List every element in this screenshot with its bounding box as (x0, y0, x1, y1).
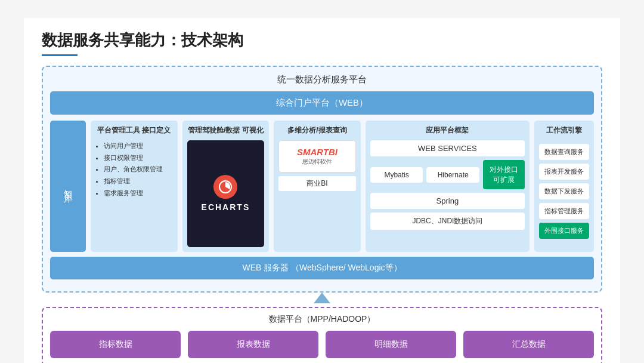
data-platform-container: 数据平台（MPP/HADOOP） 指标数据 报表数据 明细数据 汇总数据 (42, 307, 602, 363)
data-card-2: 明细数据 (326, 331, 456, 358)
arrow-up-icon (314, 293, 330, 303)
col-analysis-header: 多维分析/报表查询 (278, 125, 356, 136)
smartbi-logo: SMARTBI (297, 147, 338, 158)
col-app-framework: 应用平台框架 WEB SERVICES Mybatis Hibernate 对外… (366, 121, 530, 252)
data-platform-label: 数据平台（MPP/HADOOP） (50, 314, 594, 325)
echarts-icon (213, 175, 237, 199)
col-dashboard-header: 管理驾驶舱/数据 可视化 (187, 125, 265, 136)
mybatis-hibernate-row: Mybatis Hibernate 对外接口 可扩展 (370, 160, 525, 190)
list-item: 接口权限管理 (104, 152, 173, 164)
hibernate-box: Hibernate (426, 167, 479, 183)
jdbc-bar: JDBC、JNDI数据访问 (370, 213, 525, 230)
list-item: 需求服务管理 (104, 187, 173, 199)
data-cards-row: 指标数据 报表数据 明细数据 汇总数据 (50, 331, 594, 358)
spring-bar: Spring (370, 193, 525, 209)
data-card-1: 报表数据 (188, 331, 318, 358)
echarts-svg (218, 180, 233, 194)
page: 数据服务共享能力：技术架构 统一数据分析服务平台 综合门户平台（WEB） 知识库… (24, 18, 620, 363)
list-item: 指标管理 (104, 176, 173, 187)
data-card-0: 指标数据 (50, 331, 181, 358)
col-analysis: 多维分析/报表查询 SMARTBI 思迈特软件 商业BI (274, 121, 361, 252)
arrow-container (42, 293, 602, 303)
col-workflow-header: 工作流引擎 (539, 125, 589, 136)
mybatis-box: Mybatis (370, 167, 423, 183)
workflow-item-3: 数据下发服务 (539, 183, 589, 199)
title-underline (42, 54, 78, 56)
external-interface-box: 对外接口 可扩展 (483, 160, 525, 190)
page-title: 数据服务共享能力：技术架构 (42, 30, 602, 51)
inner-cols: 平台管理工具 接口定义 访问用户管理 接口权限管理 用户、角色权限管理 指标管理… (91, 121, 594, 252)
col-platform-mgmt: 平台管理工具 接口定义 访问用户管理 接口权限管理 用户、角色权限管理 指标管理… (91, 121, 178, 252)
col-platform-header: 平台管理工具 接口定义 (95, 125, 173, 136)
list-item: 访问用户管理 (104, 140, 173, 152)
outer-label: 统一数据分析服务平台 (50, 74, 594, 85)
echarts-box: ECHARTS (187, 140, 265, 247)
workflow-item-4: 指标管理服务 (539, 203, 589, 219)
col-platform-body: 访问用户管理 接口权限管理 用户、角色权限管理 指标管理 需求服务管理 (95, 140, 173, 199)
biz-bi-label: 商业BI (278, 176, 356, 191)
app-framework-inner: WEB SERVICES Mybatis Hibernate 对外接口 可扩展 … (370, 140, 525, 247)
col-dashboard: 管理驾驶舱/数据 可视化 ECHARTS (182, 121, 270, 252)
smartbi-sub: 思迈特软件 (302, 158, 332, 166)
workflow-item-2: 报表开发服务 (539, 164, 589, 180)
web-services-bar: WEB SERVICES (370, 140, 525, 156)
web-server-bar: WEB 服务器 （WebSphere/ WebLogic等） (50, 257, 594, 279)
knowledge-col: 知识库 (50, 121, 86, 252)
list-item: 用户、角色权限管理 (104, 164, 173, 176)
outer-container: 统一数据分析服务平台 综合门户平台（WEB） 知识库 平台管理工具 接口定义 访… (42, 66, 602, 293)
col-app-header: 应用平台框架 (370, 125, 525, 136)
smartbi-box: SMARTBI 思迈特软件 (278, 140, 356, 173)
main-row: 知识库 平台管理工具 接口定义 访问用户管理 接口权限管理 用户、角色权限管理 … (50, 121, 594, 252)
col-workflow: 工作流引擎 数据查询服务 报表开发服务 数据下发服务 指标管理服务 外围接口服务 (534, 121, 594, 252)
web-portal-bar: 综合门户平台（WEB） (50, 91, 594, 115)
workflow-item-1: 数据查询服务 (539, 144, 589, 160)
workflow-item-5: 外围接口服务 (539, 223, 589, 239)
data-card-3: 汇总数据 (463, 331, 594, 358)
echarts-label: ECHARTS (202, 202, 250, 212)
